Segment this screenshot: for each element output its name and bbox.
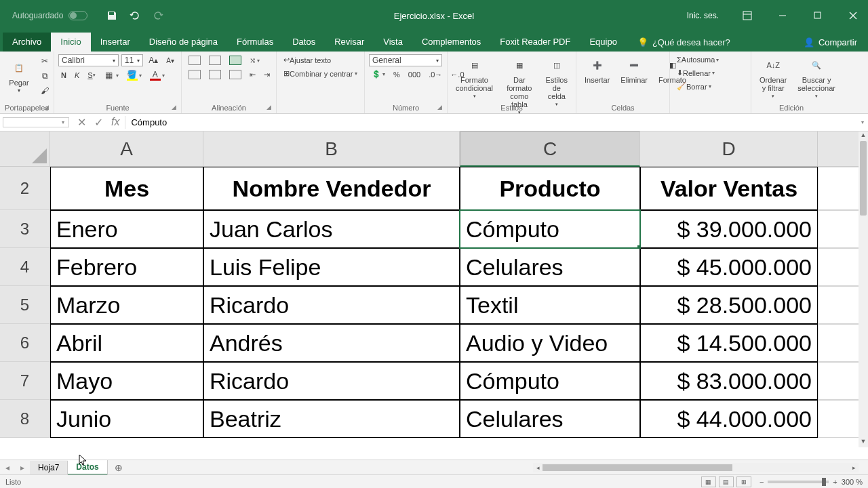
- conditional-format-button[interactable]: ▤Formato condicional▾: [452, 54, 497, 100]
- formula-input[interactable]: Cómputo: [125, 116, 857, 129]
- font-size-select[interactable]: 11▾: [121, 54, 144, 66]
- zoom-out-button[interactable]: −: [760, 478, 764, 486]
- sort-filter-button[interactable]: A↓ZOrdenar y filtrar▾: [755, 54, 791, 100]
- zoom-in-button[interactable]: +: [833, 478, 837, 486]
- launcher-icon[interactable]: ◢: [43, 104, 50, 110]
- row-header-6[interactable]: 6: [0, 324, 50, 362]
- merge-center-button[interactable]: ⊞ Combinar y centrar: [281, 68, 360, 79]
- hscroll-left-icon[interactable]: ◂: [533, 464, 542, 471]
- header-cell[interactable]: Producto: [460, 167, 640, 210]
- tab-formulas[interactable]: Fórmulas: [227, 33, 283, 52]
- tab-view[interactable]: Vista: [374, 33, 412, 52]
- percent-button[interactable]: %: [391, 69, 403, 80]
- minimize-icon[interactable]: [768, 0, 797, 31]
- header-cell[interactable]: Nombre Vendedor: [203, 167, 460, 210]
- col-header-D[interactable]: D: [640, 131, 818, 167]
- delete-cells-button[interactable]: ➖Eliminar: [616, 54, 652, 85]
- align-center-button[interactable]: [206, 68, 224, 81]
- sheet-nav-prev[interactable]: ◂: [0, 463, 15, 472]
- font-name-select[interactable]: Calibri▾: [58, 54, 119, 66]
- cell-empty[interactable]: [818, 210, 859, 248]
- align-bottom-button[interactable]: [226, 54, 244, 66]
- cell-valor[interactable]: $ 39.000.000: [640, 210, 818, 248]
- horizontal-scrollbar[interactable]: ◂ ▸: [533, 463, 859, 472]
- cell-empty[interactable]: [818, 167, 859, 210]
- decrease-font-button[interactable]: A▾: [163, 56, 177, 66]
- comma-button[interactable]: 000: [406, 69, 423, 80]
- cell-mes[interactable]: Enero: [50, 210, 203, 248]
- cell-valor[interactable]: $ 45.000.000: [640, 248, 818, 286]
- sheet-nav-next[interactable]: ▸: [15, 463, 30, 472]
- italic-button[interactable]: K: [72, 70, 82, 81]
- col-header-A[interactable]: A: [50, 131, 203, 167]
- cell-empty[interactable]: [818, 362, 859, 400]
- save-icon[interactable]: [106, 10, 117, 21]
- fill-button[interactable]: ⬇ Rellenar: [674, 67, 717, 79]
- cell-valor[interactable]: $ 83.000.000: [640, 362, 818, 400]
- cell-producto[interactable]: Audio y Video: [460, 324, 640, 362]
- header-cell[interactable]: Mes: [50, 167, 203, 210]
- vertical-scrollbar[interactable]: ▲ ▼: [859, 131, 868, 447]
- tab-insert[interactable]: Insertar: [91, 33, 140, 52]
- select-all-corner[interactable]: [0, 131, 50, 167]
- launcher-icon[interactable]: ◢: [436, 104, 443, 110]
- cell-empty[interactable]: [818, 248, 859, 286]
- cell-valor[interactable]: $ 14.500.000: [640, 324, 818, 362]
- fill-color-button[interactable]: 🪣: [124, 68, 144, 82]
- cell-producto[interactable]: Celulares: [460, 400, 640, 438]
- header-cell[interactable]: Valor Ventas: [640, 167, 818, 210]
- cell-empty[interactable]: [818, 324, 859, 362]
- tab-addins[interactable]: Complementos: [412, 33, 490, 52]
- name-box[interactable]: ▾: [3, 117, 69, 127]
- row-header-4[interactable]: 4: [0, 248, 50, 286]
- cell-producto[interactable]: Cómputo: [460, 362, 640, 400]
- row-header-5[interactable]: 5: [0, 286, 50, 324]
- cell-producto[interactable]: Textil: [460, 286, 640, 324]
- cancel-fx-icon[interactable]: ✕: [77, 116, 86, 129]
- cell-mes[interactable]: Mayo: [50, 362, 203, 400]
- col-header-C[interactable]: C: [460, 131, 640, 167]
- clear-button[interactable]: 🧹 Borrar: [674, 81, 714, 92]
- cut-button[interactable]: ✂: [37, 54, 53, 68]
- view-normal-button[interactable]: ▦: [701, 476, 716, 487]
- view-break-button[interactable]: ⊞: [736, 476, 751, 487]
- row-header-7[interactable]: 7: [0, 362, 50, 400]
- autosum-button[interactable]: Σ Autosuma: [674, 54, 722, 65]
- cell-mes[interactable]: Junio: [50, 400, 203, 438]
- scroll-up-icon[interactable]: ▲: [859, 131, 868, 141]
- copy-button[interactable]: ⧉: [37, 69, 53, 83]
- close-icon[interactable]: [838, 0, 868, 31]
- redo-icon[interactable]: [153, 10, 163, 21]
- wrap-text-button[interactable]: ↩ Ajustar texto: [281, 54, 334, 66]
- inc-decimal-button[interactable]: .0→: [426, 69, 445, 80]
- cell-empty[interactable]: [818, 400, 859, 438]
- ribbon-options-icon[interactable]: [732, 0, 762, 31]
- maximize-icon[interactable]: [803, 0, 833, 31]
- find-select-button[interactable]: 🔍Buscar y seleccionar▾: [793, 54, 840, 100]
- number-format-select[interactable]: General▾: [369, 54, 442, 66]
- borders-button[interactable]: ▦: [101, 68, 121, 82]
- confirm-fx-icon[interactable]: ✓: [94, 116, 103, 129]
- orientation-button[interactable]: ⤭: [247, 55, 262, 66]
- cell-producto[interactable]: Cómputo: [460, 210, 640, 248]
- cell-producto[interactable]: Celulares: [460, 248, 640, 286]
- undo-icon[interactable]: [130, 10, 140, 21]
- format-painter-button[interactable]: 🖌: [37, 84, 53, 98]
- align-right-button[interactable]: [226, 68, 244, 81]
- row-header-3[interactable]: 3: [0, 210, 50, 248]
- cell-mes[interactable]: Abril: [50, 324, 203, 362]
- cell-mes[interactable]: Febrero: [50, 248, 203, 286]
- expand-fx-icon[interactable]: ▾: [857, 119, 868, 125]
- underline-button[interactable]: S▾: [85, 70, 98, 81]
- cell-vendedor[interactable]: Luis Felipe: [203, 248, 460, 286]
- indent-dec-button[interactable]: ⇤: [247, 69, 258, 81]
- cell-vendedor[interactable]: Ricardo: [203, 362, 460, 400]
- indent-inc-button[interactable]: ⇥: [261, 69, 273, 81]
- cell-valor[interactable]: $ 28.500.000: [640, 286, 818, 324]
- zoom-slider[interactable]: [768, 481, 829, 483]
- launcher-icon[interactable]: ◢: [265, 104, 272, 110]
- tellme-search[interactable]: 💡¿Qué desea hacer?: [631, 33, 737, 52]
- launcher-icon[interactable]: ◢: [170, 104, 177, 110]
- bold-button[interactable]: N: [58, 70, 69, 81]
- cell-empty[interactable]: [818, 286, 859, 324]
